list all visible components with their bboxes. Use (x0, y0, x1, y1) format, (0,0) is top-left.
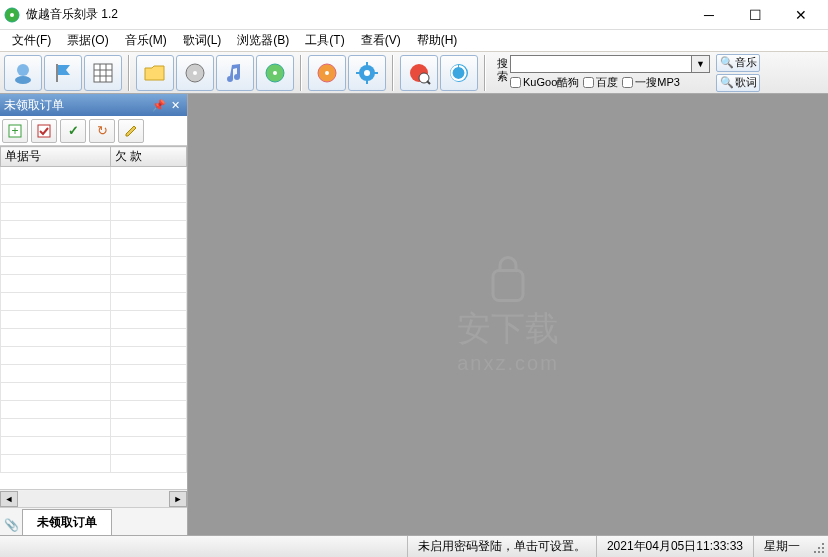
watermark: 安下载 anxz.com (457, 255, 559, 374)
toolbar-separator (128, 55, 130, 91)
search-music-button[interactable]: 🔍音乐 (716, 54, 760, 72)
table-row[interactable] (1, 329, 187, 347)
status-bar: 未启用密码登陆，单击可设置。 2021年04月05日11:33:33 星期一 (0, 535, 828, 557)
col-id[interactable]: 单据号 (1, 147, 111, 167)
svg-rect-32 (822, 547, 824, 549)
menu-file[interactable]: 文件(F) (4, 30, 59, 51)
table-row[interactable] (1, 185, 187, 203)
table-row[interactable] (1, 401, 187, 419)
table-row[interactable] (1, 419, 187, 437)
redo-icon[interactable]: ↻ (89, 119, 115, 143)
check-icon[interactable] (31, 119, 57, 143)
sidebar-tabs: 📎 未领取订单 (0, 507, 187, 535)
panel-header: 未领取订单 📌 ✕ (0, 94, 187, 116)
svg-point-17 (364, 70, 370, 76)
disc-orange-icon[interactable] (308, 55, 346, 91)
app-icon (4, 7, 20, 23)
edit-icon[interactable] (118, 119, 144, 143)
table-row[interactable] (1, 437, 187, 455)
toolbar: 搜索 ▼ KuGoo酷狗 百度 一搜MP3 🔍音乐 🔍歌词 (0, 52, 828, 94)
table-row[interactable] (1, 203, 187, 221)
minimize-button[interactable]: ─ (686, 0, 732, 30)
menu-lyrics[interactable]: 歌词(L) (175, 30, 230, 51)
scroll-right-icon[interactable]: ► (169, 491, 187, 507)
svg-point-11 (193, 71, 197, 75)
search-label: 搜索 (494, 55, 510, 83)
table-row[interactable] (1, 221, 187, 239)
table-row[interactable] (1, 455, 187, 473)
table-row[interactable] (1, 347, 187, 365)
search-input[interactable] (510, 55, 692, 73)
horizontal-scrollbar[interactable]: ◄ ► (0, 489, 187, 507)
check-kugoo[interactable]: KuGoo酷狗 (510, 75, 579, 90)
svg-rect-34 (818, 551, 820, 553)
menu-music[interactable]: 音乐(M) (117, 30, 175, 51)
window-title: 傲越音乐刻录 1.2 (26, 6, 686, 23)
disc-icon[interactable] (176, 55, 214, 91)
order-grid[interactable]: 单据号 欠 款 (0, 146, 187, 489)
status-message[interactable]: 未启用密码登陆，单击可设置。 (407, 536, 596, 557)
svg-point-1 (10, 13, 14, 17)
confirm-icon[interactable]: ✓ (60, 119, 86, 143)
svg-rect-4 (56, 64, 58, 82)
svg-point-15 (325, 71, 329, 75)
title-bar: 傲越音乐刻录 1.2 ─ ☐ ✕ (0, 0, 828, 30)
table-row[interactable] (1, 383, 187, 401)
close-button[interactable]: ✕ (778, 0, 824, 30)
menu-browser[interactable]: 浏览器(B) (229, 30, 297, 51)
menu-view[interactable]: 查看(V) (353, 30, 409, 51)
svg-text:+: + (11, 124, 18, 138)
tab-unreceived-orders[interactable]: 未领取订单 (22, 509, 112, 535)
svg-point-2 (17, 64, 29, 76)
disc-green-icon[interactable] (256, 55, 294, 91)
svg-point-13 (273, 71, 277, 75)
panel-title: 未领取订单 (4, 97, 151, 114)
menu-help[interactable]: 帮助(H) (409, 30, 466, 51)
table-row[interactable] (1, 257, 187, 275)
toolbar-separator (392, 55, 394, 91)
pin-icon[interactable]: 📌 (151, 97, 167, 113)
table-row[interactable] (1, 239, 187, 257)
col-debt[interactable]: 欠 款 (111, 147, 187, 167)
spiral-icon[interactable] (440, 55, 478, 91)
main-area: 未领取订单 📌 ✕ + ✓ ↻ 单据号 欠 款 (0, 94, 828, 535)
svg-rect-35 (822, 551, 824, 553)
table-row[interactable] (1, 275, 187, 293)
search-area: 搜索 ▼ KuGoo酷狗 百度 一搜MP3 (494, 55, 710, 90)
search-dropdown-icon[interactable]: ▼ (692, 55, 710, 73)
svg-rect-31 (818, 547, 820, 549)
toolbar-separator (484, 55, 486, 91)
folder-icon[interactable] (136, 55, 174, 91)
svg-rect-33 (814, 551, 816, 553)
svg-line-24 (427, 81, 430, 84)
scroll-left-icon[interactable]: ◄ (0, 491, 18, 507)
check-baidu[interactable]: 百度 (583, 75, 618, 90)
panel-close-icon[interactable]: ✕ (167, 97, 183, 113)
status-date: 2021年04月05日11:33:33 (596, 536, 753, 557)
table-row[interactable] (1, 365, 187, 383)
content-area: 安下载 anxz.com (188, 94, 828, 535)
check-mp3[interactable]: 一搜MP3 (622, 75, 680, 90)
panel-toolbar: + ✓ ↻ (0, 116, 187, 146)
resize-grip[interactable] (810, 536, 828, 557)
gear-icon[interactable] (348, 55, 386, 91)
sidebar: 未领取订单 📌 ✕ + ✓ ↻ 单据号 欠 款 (0, 94, 188, 535)
globe-icon[interactable] (400, 55, 438, 91)
svg-rect-18 (366, 62, 368, 66)
new-icon[interactable]: + (2, 119, 28, 143)
svg-rect-28 (38, 125, 50, 137)
music-note-icon[interactable] (216, 55, 254, 91)
maximize-button[interactable]: ☐ (732, 0, 778, 30)
msn-icon[interactable] (4, 55, 42, 91)
search-lyrics-button[interactable]: 🔍歌词 (716, 74, 760, 92)
menu-tools[interactable]: 工具(T) (297, 30, 352, 51)
table-row[interactable] (1, 311, 187, 329)
grid-icon[interactable] (84, 55, 122, 91)
tab-pin-icon[interactable]: 📎 (0, 515, 22, 535)
menu-bar: 文件(F) 票据(O) 音乐(M) 歌词(L) 浏览器(B) 工具(T) 查看(… (0, 30, 828, 52)
menu-receipt[interactable]: 票据(O) (59, 30, 116, 51)
table-row[interactable] (1, 167, 187, 185)
svg-rect-20 (356, 72, 360, 74)
table-row[interactable] (1, 293, 187, 311)
flag-icon[interactable] (44, 55, 82, 91)
